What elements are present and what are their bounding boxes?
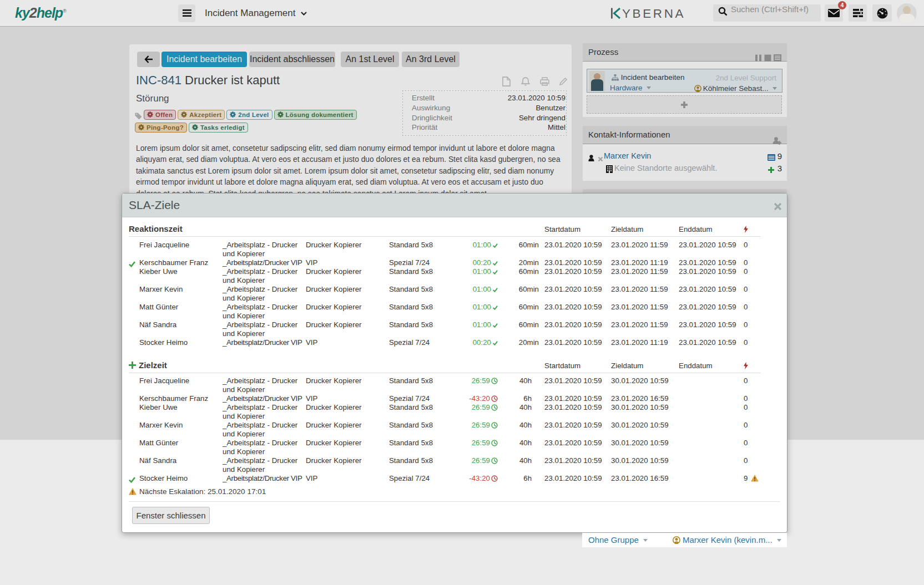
svg-text:YBERNA: YBERNA bbox=[622, 7, 685, 19]
